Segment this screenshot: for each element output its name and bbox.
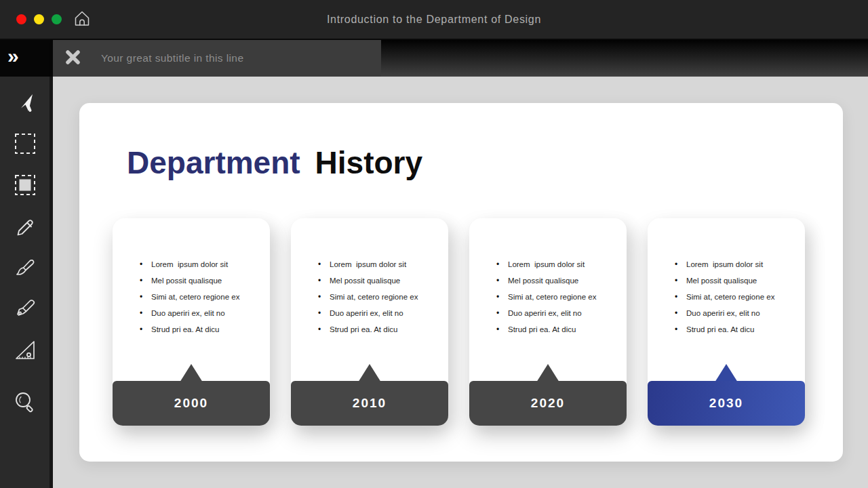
bullet-item: •Lorem ipsum dolor sit [140, 256, 260, 272]
bullet-item: •Duo aperiri ex, elit no [140, 305, 260, 321]
marquee-select-tool-button[interactable] [13, 131, 37, 156]
fill-select-icon [14, 174, 36, 196]
app-body: » [0, 39, 868, 488]
content-area: Your great subtitle in this line Departm… [53, 40, 868, 488]
subtitle-text: Your great subtitle in this line [101, 52, 243, 64]
bullet-item: •Strud pri ea. At dicu [140, 321, 260, 338]
pencil-icon [13, 214, 37, 239]
bullet-item: •Simi at, cetero regione ex [318, 289, 439, 305]
tool-list [0, 77, 50, 415]
bullet-list: •Lorem ipsum dolor sit•Mel possit qualis… [291, 218, 448, 338]
header-gradient [381, 40, 868, 77]
bullet-item: •Mel possit qualisque [318, 272, 439, 289]
bullet-item: •Lorem ipsum dolor sit [496, 256, 617, 272]
zoom-tool-button[interactable] [13, 390, 37, 415]
bullet-item: •Strud pri ea. At dicu [496, 321, 617, 338]
year-band: 2030 [648, 381, 805, 426]
bullet-item: •Simi at, cetero regione ex [140, 289, 260, 305]
bullet-item: •Duo aperiri ex, elit no [496, 305, 617, 321]
card-pointer-icon [715, 364, 738, 382]
cursor-tool-button[interactable] [13, 90, 37, 115]
ruler-tool-button[interactable] [13, 338, 37, 363]
bullet-item: •Strud pri ea. At dicu [675, 321, 795, 338]
bullet-item: •Simi at, cetero regione ex [675, 289, 795, 305]
bullet-item: •Lorem ipsum dolor sit [675, 256, 795, 272]
slide[interactable]: DepartmentHistory •Lorem ipsum dolor sit… [79, 103, 843, 462]
timeline-cards: •Lorem ipsum dolor sit•Mel possit qualis… [113, 218, 806, 426]
ruler-icon [13, 338, 37, 363]
x-icon [64, 49, 81, 66]
slide-title: DepartmentHistory [127, 146, 422, 180]
pencil-tool-button[interactable] [13, 214, 37, 239]
expand-sidebar-button[interactable]: » [7, 46, 18, 70]
year-label: 2020 [531, 396, 565, 411]
timeline-card[interactable]: •Lorem ipsum dolor sit•Mel possit qualis… [291, 218, 448, 426]
window-titlebar: Introduction to the Department of Design [0, 0, 868, 39]
sidebar-header: » [0, 40, 53, 77]
year-label: 2000 [174, 396, 208, 411]
year-label: 2010 [353, 396, 387, 411]
marquee-select-icon [14, 133, 36, 155]
year-band: 2010 [291, 381, 448, 426]
slide-title-primary: Department [127, 145, 300, 180]
year-band: 2000 [113, 381, 270, 426]
timeline-card[interactable]: •Lorem ipsum dolor sit•Mel possit qualis… [648, 218, 805, 426]
pen-icon [13, 297, 37, 321]
tools-sidebar: » [0, 40, 53, 488]
card-pointer-icon [358, 364, 381, 382]
editor-canvas[interactable]: DepartmentHistory •Lorem ipsum dolor sit… [53, 77, 868, 488]
year-band: 2020 [469, 381, 627, 426]
close-subtitle-button[interactable] [64, 49, 81, 68]
pen-tool-button[interactable] [13, 297, 37, 321]
content-header: Your great subtitle in this line [53, 40, 868, 77]
bullet-item: •Strud pri ea. At dicu [318, 321, 439, 338]
fill-select-tool-button[interactable] [13, 173, 37, 197]
timeline-card[interactable]: •Lorem ipsum dolor sit•Mel possit qualis… [113, 218, 270, 426]
year-label: 2030 [709, 396, 743, 411]
bullet-item: •Duo aperiri ex, elit no [675, 305, 795, 321]
bullet-list: •Lorem ipsum dolor sit•Mel possit qualis… [113, 218, 270, 338]
slide-title-secondary: History [315, 145, 422, 180]
bullet-item: •Mel possit qualisque [496, 272, 617, 289]
bullet-item: •Duo aperiri ex, elit no [318, 305, 439, 321]
brush-icon [13, 256, 37, 280]
bullet-item: •Mel possit qualisque [675, 272, 795, 289]
card-pointer-icon [180, 364, 203, 382]
cursor-icon [14, 91, 37, 114]
bullet-item: •Simi at, cetero regione ex [496, 289, 617, 305]
bullet-list: •Lorem ipsum dolor sit•Mel possit qualis… [469, 218, 627, 338]
bullet-list: •Lorem ipsum dolor sit•Mel possit qualis… [648, 218, 805, 338]
bullet-item: •Lorem ipsum dolor sit [318, 256, 439, 272]
subtitle-bar: Your great subtitle in this line [53, 40, 381, 77]
brush-tool-button[interactable] [13, 256, 37, 280]
card-pointer-icon [536, 364, 559, 382]
timeline-card[interactable]: •Lorem ipsum dolor sit•Mel possit qualis… [469, 218, 627, 426]
zoom-icon [12, 390, 38, 415]
bullet-item: •Mel possit qualisque [140, 272, 260, 289]
presentation-title: Introduction to the Department of Design [0, 14, 868, 26]
